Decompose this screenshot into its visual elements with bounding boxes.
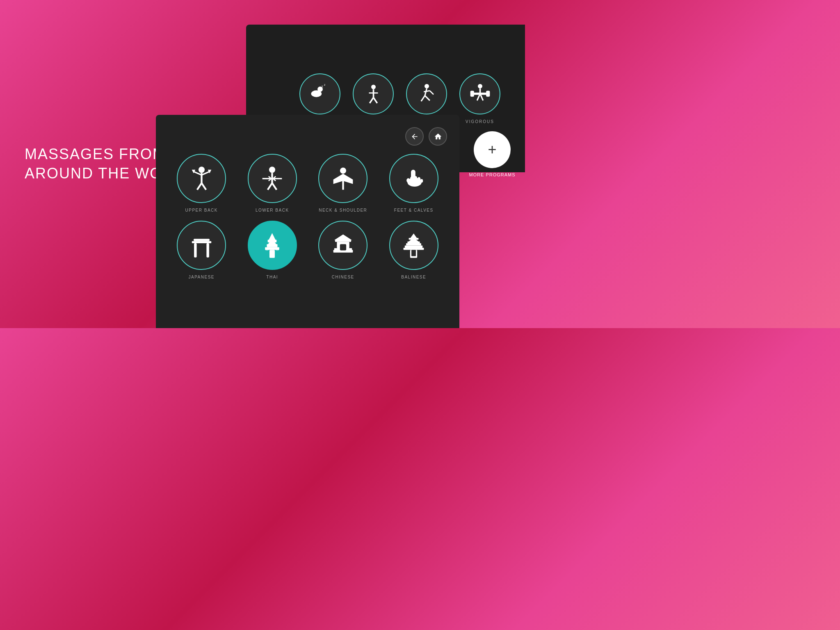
massage-item-upper-back[interactable]: UPPER BACK — [168, 154, 235, 212]
svg-point-29 — [269, 167, 275, 173]
svg-marker-56 — [334, 234, 352, 240]
massage-label-chinese: CHINESE — [332, 275, 354, 279]
svg-text:z: z — [324, 83, 325, 87]
svg-point-4 — [371, 85, 376, 89]
massage-circle-japanese — [177, 221, 226, 270]
back-arrow-icon — [411, 132, 419, 141]
balinese-icon — [400, 232, 427, 259]
svg-line-12 — [421, 96, 425, 101]
more-programs-button[interactable]: + MORE PROGRAMS — [459, 131, 525, 177]
svg-text:z: z — [321, 84, 323, 89]
massage-circle-thai — [248, 221, 297, 270]
svg-rect-46 — [194, 243, 197, 258]
massage-label-feet-calves: FEET & CALVES — [394, 208, 434, 212]
svg-line-33 — [268, 183, 272, 189]
svg-point-41 — [414, 176, 418, 180]
svg-line-28 — [201, 183, 206, 189]
intensity-circle-gentle — [353, 73, 394, 114]
massage-circle-lower-back — [248, 154, 297, 203]
svg-line-7 — [370, 98, 373, 103]
massage-item-feet-calves[interactable]: FEET & CALVES — [381, 154, 447, 212]
massage-label-neck-shoulder: NECK & SHOULDER — [319, 208, 367, 212]
back-button[interactable] — [405, 127, 424, 146]
lower-back-icon — [259, 165, 285, 192]
svg-point-42 — [418, 177, 421, 181]
svg-rect-55 — [276, 248, 279, 250]
svg-rect-18 — [486, 91, 490, 97]
vigorous-icon — [469, 82, 491, 105]
massage-circle-neck-shoulder — [318, 154, 368, 203]
massage-label-lower-back: LOWER BACK — [256, 208, 289, 212]
svg-rect-66 — [406, 243, 421, 245]
svg-line-27 — [197, 183, 201, 189]
svg-point-15 — [478, 84, 482, 89]
svg-point-9 — [425, 84, 429, 89]
massage-item-chinese[interactable]: CHINESE — [310, 221, 377, 279]
japanese-icon — [188, 232, 215, 259]
massage-item-balinese[interactable]: BALINESE — [381, 221, 447, 279]
intensity-item-vigorous[interactable]: VIGOROUS — [459, 73, 500, 124]
svg-line-13 — [425, 96, 429, 100]
intensity-circle-relax: z z — [299, 73, 340, 114]
intensity-circle-athletic — [406, 73, 447, 114]
svg-rect-53 — [269, 250, 275, 258]
home-button[interactable] — [429, 127, 447, 146]
intensity-label-vigorous: VIGOROUS — [466, 119, 494, 124]
massage-item-lower-back[interactable]: LOWER BACK — [239, 154, 306, 212]
svg-rect-61 — [340, 244, 346, 250]
svg-rect-17 — [470, 91, 474, 97]
svg-point-39 — [406, 178, 410, 183]
massage-circle-feet-calves — [389, 154, 438, 203]
svg-rect-57 — [335, 240, 351, 242]
svg-rect-54 — [266, 248, 269, 250]
massage-label-thai: THAI — [266, 275, 278, 279]
massage-label-japanese: JAPANESE — [189, 275, 215, 279]
svg-rect-68 — [404, 247, 424, 249]
svg-line-8 — [373, 98, 377, 103]
thai-icon — [259, 232, 285, 259]
massage-circle-chinese — [318, 221, 368, 270]
gentle-icon — [362, 82, 385, 105]
massage-circle-upper-back — [177, 154, 226, 203]
home-icon — [434, 132, 442, 141]
upper-back-icon — [188, 165, 215, 192]
massage-label-upper-back: UPPER BACK — [185, 208, 218, 212]
svg-rect-47 — [206, 243, 209, 258]
massage-panel: UPPER BACK LOWER BACK — [156, 115, 459, 328]
massage-circle-balinese — [389, 221, 438, 270]
more-programs-circle: + — [474, 131, 511, 168]
svg-line-34 — [272, 183, 277, 189]
more-programs-label: MORE PROGRAMS — [469, 172, 515, 177]
svg-point-43 — [420, 179, 423, 183]
svg-rect-65 — [408, 241, 420, 243]
svg-rect-51 — [267, 244, 278, 247]
neck-shoulder-icon — [330, 165, 356, 192]
chinese-icon — [330, 232, 356, 259]
svg-rect-67 — [405, 245, 422, 247]
massage-item-neck-shoulder[interactable]: NECK & SHOULDER — [310, 154, 377, 212]
svg-rect-70 — [411, 250, 416, 256]
massage-item-japanese[interactable]: JAPANESE — [168, 221, 235, 279]
intensity-circle-vigorous — [459, 73, 500, 114]
feet-calves-icon — [400, 165, 427, 192]
relax-icon: z z — [309, 82, 331, 105]
athletic-icon — [415, 82, 438, 105]
massage-label-balinese: BALINESE — [401, 275, 426, 279]
svg-line-11 — [424, 91, 430, 92]
nav-buttons — [168, 127, 447, 146]
svg-line-14 — [429, 91, 433, 94]
svg-point-23 — [199, 167, 205, 173]
svg-rect-45 — [194, 239, 210, 241]
svg-point-35 — [340, 167, 346, 173]
svg-rect-44 — [192, 241, 211, 243]
massage-item-thai[interactable]: THAI — [239, 221, 306, 279]
massage-grid: UPPER BACK LOWER BACK — [168, 154, 447, 279]
svg-point-40 — [410, 176, 414, 181]
